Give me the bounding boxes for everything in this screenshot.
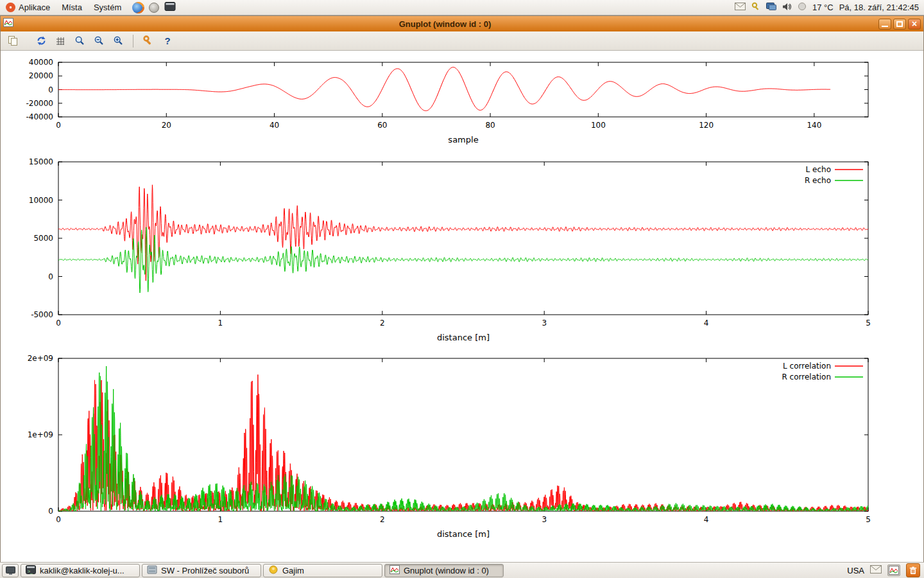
taskbar-tray: USA <box>847 563 922 577</box>
top-panel: Aplikace Místa Systém 17 °C Pá, 18. září… <box>0 0 924 15</box>
zoom-out-icon[interactable] <box>90 33 107 49</box>
chart-echo[interactable]: 012345-5000050001000015000distance [m]L … <box>1 151 923 350</box>
toolbar-separator <box>133 35 133 48</box>
taskbar-windows: >_kaklik@kaklik-kolej-u...SW - Prohlížeč… <box>21 564 504 577</box>
taskbar-window-label: Gajim <box>282 566 304 575</box>
svg-text:20: 20 <box>162 121 171 130</box>
svg-text:15000: 15000 <box>29 157 53 166</box>
svg-text:20000: 20000 <box>29 71 53 80</box>
svg-text:1e+09: 1e+09 <box>28 430 53 439</box>
volume-icon[interactable] <box>782 3 792 13</box>
weather-icon[interactable] <box>798 2 807 13</box>
application-icon[interactable] <box>149 3 159 13</box>
svg-text:sample: sample <box>448 135 478 144</box>
svg-text:0: 0 <box>56 121 61 130</box>
chart-correlation[interactable]: 01234501e+092e+09distance [m]L correlati… <box>1 350 923 543</box>
toolbar: ? <box>1 31 923 51</box>
svg-text:L echo: L echo <box>806 165 831 174</box>
show-desktop-button[interactable] <box>2 564 19 577</box>
plot-area: 020406080100120140-40000-200000200004000… <box>1 51 923 562</box>
svg-text:4: 4 <box>704 515 709 524</box>
svg-text:140: 140 <box>807 121 821 130</box>
keyboard-layout-indicator[interactable]: USA <box>847 566 864 575</box>
svg-text:L correlation: L correlation <box>783 362 831 371</box>
menu-applications[interactable]: Aplikace <box>0 0 56 15</box>
titlebar[interactable]: Gnuplot (window id : 0) <box>1 16 923 31</box>
svg-text:10000: 10000 <box>29 196 53 205</box>
svg-text:120: 120 <box>699 121 714 130</box>
svg-text:2: 2 <box>380 515 385 524</box>
help-glyph: ? <box>164 35 170 46</box>
file-manager-icon <box>147 565 157 576</box>
svg-text:2: 2 <box>380 319 385 328</box>
gnuplot-tray-icon[interactable] <box>887 565 900 576</box>
mail-tray-icon[interactable] <box>870 565 882 575</box>
svg-text:3: 3 <box>542 515 547 524</box>
menu-applications-label: Aplikace <box>19 3 50 12</box>
system-tray: 17 °C Pá, 18. září, 21:42:45 <box>735 2 924 13</box>
svg-text:3: 3 <box>542 319 547 328</box>
svg-text:0: 0 <box>48 507 53 516</box>
svg-text:40000: 40000 <box>29 58 53 67</box>
temperature-applet[interactable]: 17 °C <box>812 3 834 12</box>
mail-icon[interactable] <box>735 3 746 12</box>
help-icon[interactable]: ? <box>159 33 176 49</box>
ubuntu-logo-icon <box>6 3 15 12</box>
taskbar-window-button[interactable]: SW - Prohlížeč souborů <box>142 564 261 577</box>
gnuplot-icon <box>389 565 400 576</box>
svg-text:0: 0 <box>48 272 53 281</box>
gnuplot-window: Gnuplot (window id : 0) ? <box>0 15 924 563</box>
svg-text:4: 4 <box>704 319 709 328</box>
svg-text:0: 0 <box>48 85 53 94</box>
terminal-icon: >_ <box>26 565 36 576</box>
firefox-icon[interactable] <box>132 2 144 13</box>
chart-sample-waveform[interactable]: 020406080100120140-40000-200000200004000… <box>1 55 923 151</box>
taskbar: >_kaklik@kaklik-kolej-u...SW - Prohlížeč… <box>0 562 924 578</box>
taskbar-window-button[interactable]: Gnuplot (window id : 0) <box>384 564 504 577</box>
svg-text:5: 5 <box>866 515 871 524</box>
zoom-icon[interactable] <box>71 33 88 49</box>
svg-text:100: 100 <box>591 121 606 130</box>
svg-text:40: 40 <box>270 121 279 130</box>
minimize-button[interactable] <box>878 19 891 30</box>
svg-text:distance [m]: distance [m] <box>437 529 490 539</box>
display-icon[interactable] <box>766 3 776 13</box>
maximize-button[interactable] <box>893 19 906 30</box>
refresh-icon[interactable] <box>33 33 49 49</box>
menu-places[interactable]: Místa <box>56 0 88 15</box>
copy-icon[interactable] <box>4 33 21 49</box>
svg-text:2e+09: 2e+09 <box>28 354 53 363</box>
trash-icon[interactable] <box>906 563 920 577</box>
svg-text:-40000: -40000 <box>26 112 53 121</box>
svg-text:0: 0 <box>56 515 61 524</box>
svg-text:5: 5 <box>866 319 871 328</box>
grid-icon[interactable] <box>52 33 69 49</box>
svg-text:60: 60 <box>377 121 387 130</box>
svg-text:-20000: -20000 <box>26 99 53 108</box>
menu-system[interactable]: Systém <box>88 0 127 15</box>
keyring-icon[interactable] <box>751 2 760 13</box>
panel-launchers <box>132 1 176 13</box>
taskbar-window-label: SW - Prohlížeč souborů <box>161 566 249 575</box>
taskbar-window-button[interactable]: Gajim <box>263 564 382 577</box>
svg-text:>_: >_ <box>28 568 33 574</box>
zoom-in-icon[interactable] <box>110 33 126 49</box>
close-button[interactable] <box>908 19 921 30</box>
svg-text:1: 1 <box>218 515 223 524</box>
svg-text:R correlation: R correlation <box>782 372 831 381</box>
svg-text:0: 0 <box>56 319 61 328</box>
svg-text:1: 1 <box>218 319 223 328</box>
taskbar-window-label: Gnuplot (window id : 0) <box>404 566 489 575</box>
window-icon <box>3 18 13 30</box>
taskbar-window-button[interactable]: >_kaklik@kaklik-kolej-u... <box>21 564 140 577</box>
settings-icon[interactable] <box>140 33 157 49</box>
menu-places-label: Místa <box>62 3 82 12</box>
menu-system-label: Systém <box>94 3 121 12</box>
svg-text:R echo: R echo <box>805 176 831 185</box>
terminal-launcher-icon[interactable] <box>164 1 176 13</box>
window-title: Gnuplot (window id : 0) <box>13 19 877 29</box>
gajim-icon <box>268 565 278 576</box>
clock-applet[interactable]: Pá, 18. září, 21:42:45 <box>839 3 919 12</box>
taskbar-window-label: kaklik@kaklik-kolej-u... <box>40 566 124 575</box>
svg-text:80: 80 <box>485 121 495 130</box>
